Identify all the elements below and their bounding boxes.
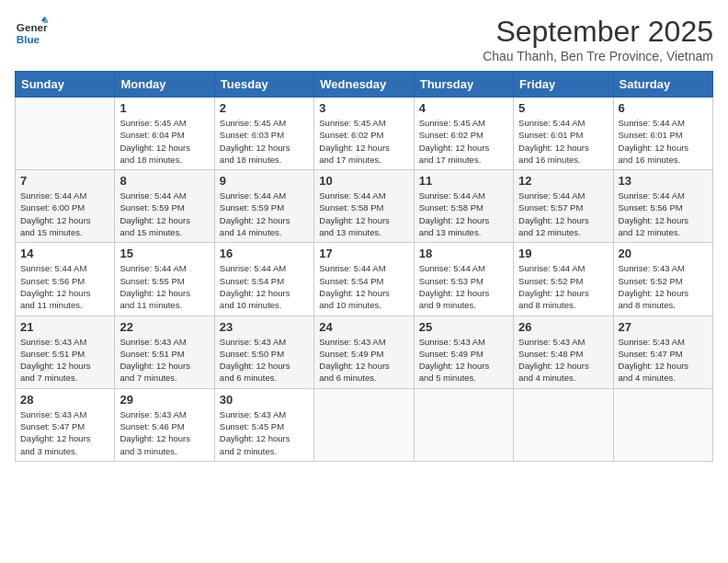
- day-info: Sunrise: 5:43 AM Sunset: 5:51 PM Dayligh…: [119, 336, 209, 385]
- day-number: 8: [119, 174, 209, 188]
- day-cell: 9Sunrise: 5:44 AM Sunset: 5:59 PM Daylig…: [214, 170, 313, 243]
- day-number: 21: [20, 320, 109, 334]
- day-info: Sunrise: 5:44 AM Sunset: 6:00 PM Dayligh…: [20, 190, 109, 238]
- day-info: Sunrise: 5:45 AM Sunset: 6:02 PM Dayligh…: [419, 117, 508, 166]
- day-info: Sunrise: 5:44 AM Sunset: 5:53 PM Dayligh…: [419, 262, 508, 311]
- day-cell: 29Sunrise: 5:43 AM Sunset: 5:46 PM Dayli…: [115, 388, 214, 461]
- day-number: 2: [220, 101, 309, 115]
- day-info: Sunrise: 5:43 AM Sunset: 5:52 PM Dayligh…: [619, 262, 708, 311]
- day-cell: 14Sunrise: 5:44 AM Sunset: 5:56 PM Dayli…: [16, 243, 115, 316]
- day-info: Sunrise: 5:43 AM Sunset: 5:51 PM Dayligh…: [20, 336, 109, 385]
- day-info: Sunrise: 5:43 AM Sunset: 5:45 PM Dayligh…: [220, 408, 309, 457]
- week-row-3: 14Sunrise: 5:44 AM Sunset: 5:56 PM Dayli…: [16, 243, 713, 316]
- day-number: 16: [220, 247, 309, 260]
- day-info: Sunrise: 5:44 AM Sunset: 5:52 PM Dayligh…: [518, 262, 608, 311]
- day-cell: [16, 98, 115, 170]
- day-cell: 24Sunrise: 5:43 AM Sunset: 5:49 PM Dayli…: [314, 316, 414, 388]
- day-number: 7: [20, 174, 109, 188]
- day-number: 9: [220, 174, 309, 188]
- day-info: Sunrise: 5:44 AM Sunset: 5:57 PM Dayligh…: [518, 190, 608, 238]
- day-number: 10: [319, 174, 408, 188]
- day-cell: 27Sunrise: 5:43 AM Sunset: 5:47 PM Dayli…: [613, 316, 712, 388]
- logo-icon: General Blue: [15, 15, 48, 48]
- header-cell-thursday: Thursday: [414, 72, 513, 98]
- day-cell: [314, 388, 414, 461]
- day-cell: 16Sunrise: 5:44 AM Sunset: 5:54 PM Dayli…: [214, 243, 313, 316]
- day-cell: 30Sunrise: 5:43 AM Sunset: 5:45 PM Dayli…: [214, 388, 313, 461]
- day-number: 22: [119, 320, 209, 334]
- day-number: 3: [319, 101, 408, 115]
- day-info: Sunrise: 5:43 AM Sunset: 5:47 PM Dayligh…: [619, 336, 708, 385]
- day-info: Sunrise: 5:44 AM Sunset: 5:58 PM Dayligh…: [319, 190, 408, 238]
- header-cell-tuesday: Tuesday: [214, 72, 313, 98]
- day-number: 14: [20, 247, 109, 260]
- day-cell: 6Sunrise: 5:44 AM Sunset: 6:01 PM Daylig…: [613, 98, 712, 170]
- day-info: Sunrise: 5:45 AM Sunset: 6:04 PM Dayligh…: [119, 117, 209, 166]
- day-info: Sunrise: 5:43 AM Sunset: 5:48 PM Dayligh…: [518, 336, 608, 385]
- day-number: 29: [119, 393, 209, 407]
- day-info: Sunrise: 5:44 AM Sunset: 5:59 PM Dayligh…: [119, 190, 209, 238]
- logo: General Blue: [15, 15, 48, 48]
- day-cell: 25Sunrise: 5:43 AM Sunset: 5:49 PM Dayli…: [414, 316, 513, 388]
- day-info: Sunrise: 5:44 AM Sunset: 5:59 PM Dayligh…: [220, 190, 309, 238]
- day-number: 19: [518, 247, 608, 260]
- day-cell: 5Sunrise: 5:44 AM Sunset: 6:01 PM Daylig…: [514, 98, 613, 170]
- day-number: 30: [220, 393, 309, 407]
- day-info: Sunrise: 5:43 AM Sunset: 5:50 PM Dayligh…: [220, 336, 309, 385]
- day-number: 15: [119, 247, 209, 260]
- day-number: 12: [518, 174, 608, 188]
- day-number: 6: [619, 101, 708, 115]
- location-title: Chau Thanh, Ben Tre Province, Vietnam: [483, 49, 713, 63]
- day-number: 1: [119, 101, 209, 115]
- week-row-1: 1Sunrise: 5:45 AM Sunset: 6:04 PM Daylig…: [16, 98, 713, 170]
- day-info: Sunrise: 5:44 AM Sunset: 5:56 PM Dayligh…: [20, 262, 109, 311]
- day-cell: 8Sunrise: 5:44 AM Sunset: 5:59 PM Daylig…: [115, 170, 214, 243]
- day-cell: 7Sunrise: 5:44 AM Sunset: 6:00 PM Daylig…: [16, 170, 115, 243]
- day-info: Sunrise: 5:44 AM Sunset: 5:56 PM Dayligh…: [619, 190, 708, 238]
- header-cell-saturday: Saturday: [613, 72, 712, 98]
- day-number: 26: [518, 320, 608, 334]
- week-row-2: 7Sunrise: 5:44 AM Sunset: 6:00 PM Daylig…: [16, 170, 713, 243]
- header-cell-friday: Friday: [514, 72, 613, 98]
- day-number: 25: [419, 320, 508, 334]
- day-number: 5: [518, 101, 608, 115]
- month-title: September 2025: [483, 15, 713, 49]
- day-info: Sunrise: 5:44 AM Sunset: 5:54 PM Dayligh…: [220, 262, 309, 311]
- day-cell: 21Sunrise: 5:43 AM Sunset: 5:51 PM Dayli…: [16, 316, 115, 388]
- day-info: Sunrise: 5:44 AM Sunset: 5:55 PM Dayligh…: [119, 262, 209, 311]
- day-cell: 10Sunrise: 5:44 AM Sunset: 5:58 PM Dayli…: [314, 170, 414, 243]
- day-cell: 23Sunrise: 5:43 AM Sunset: 5:50 PM Dayli…: [214, 316, 313, 388]
- day-info: Sunrise: 5:43 AM Sunset: 5:49 PM Dayligh…: [319, 336, 408, 385]
- header-cell-sunday: Sunday: [16, 72, 115, 98]
- day-info: Sunrise: 5:44 AM Sunset: 6:01 PM Dayligh…: [619, 117, 708, 166]
- day-info: Sunrise: 5:45 AM Sunset: 6:03 PM Dayligh…: [220, 117, 309, 166]
- calendar-table: SundayMondayTuesdayWednesdayThursdayFrid…: [15, 71, 713, 462]
- day-cell: 3Sunrise: 5:45 AM Sunset: 6:02 PM Daylig…: [314, 98, 414, 170]
- day-cell: 19Sunrise: 5:44 AM Sunset: 5:52 PM Dayli…: [514, 243, 613, 316]
- day-info: Sunrise: 5:43 AM Sunset: 5:46 PM Dayligh…: [119, 408, 209, 457]
- day-cell: 26Sunrise: 5:43 AM Sunset: 5:48 PM Dayli…: [514, 316, 613, 388]
- day-number: 23: [220, 320, 309, 334]
- day-info: Sunrise: 5:43 AM Sunset: 5:47 PM Dayligh…: [20, 408, 109, 457]
- week-row-5: 28Sunrise: 5:43 AM Sunset: 5:47 PM Dayli…: [16, 388, 713, 461]
- header-row: SundayMondayTuesdayWednesdayThursdayFrid…: [16, 72, 713, 98]
- svg-text:Blue: Blue: [17, 33, 40, 45]
- day-number: 24: [319, 320, 408, 334]
- day-info: Sunrise: 5:45 AM Sunset: 6:02 PM Dayligh…: [319, 117, 408, 166]
- day-number: 18: [419, 247, 508, 260]
- day-cell: 17Sunrise: 5:44 AM Sunset: 5:54 PM Dayli…: [314, 243, 414, 316]
- day-cell: [613, 388, 712, 461]
- week-row-4: 21Sunrise: 5:43 AM Sunset: 5:51 PM Dayli…: [16, 316, 713, 388]
- day-cell: 15Sunrise: 5:44 AM Sunset: 5:55 PM Dayli…: [115, 243, 214, 316]
- day-info: Sunrise: 5:44 AM Sunset: 5:54 PM Dayligh…: [319, 262, 408, 311]
- day-cell: 13Sunrise: 5:44 AM Sunset: 5:56 PM Dayli…: [613, 170, 712, 243]
- day-number: 28: [20, 393, 109, 407]
- day-number: 17: [319, 247, 408, 260]
- day-cell: 4Sunrise: 5:45 AM Sunset: 6:02 PM Daylig…: [414, 98, 513, 170]
- day-cell: [514, 388, 613, 461]
- day-cell: 12Sunrise: 5:44 AM Sunset: 5:57 PM Dayli…: [514, 170, 613, 243]
- day-number: 4: [419, 101, 508, 115]
- page-header: General Blue September 2025 Chau Thanh, …: [15, 15, 713, 63]
- day-number: 20: [619, 247, 708, 260]
- day-number: 27: [619, 320, 708, 334]
